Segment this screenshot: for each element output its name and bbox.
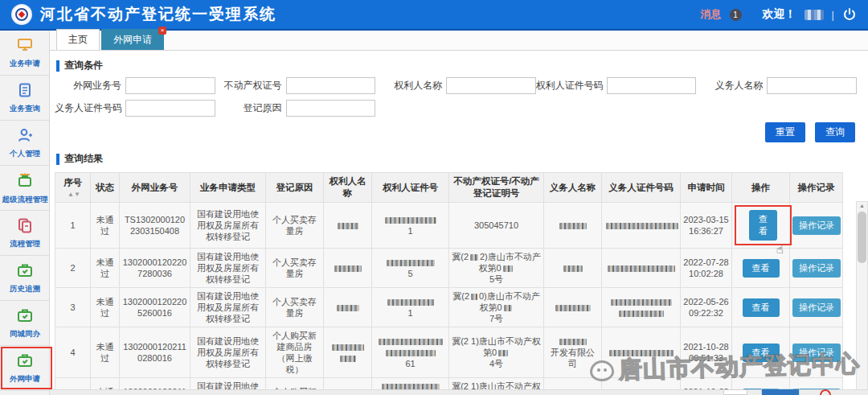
app-title: 河北省不动产登记统一受理系统	[40, 4, 276, 25]
cell-status: 未通过	[91, 203, 120, 249]
view-button[interactable]: 查看	[749, 210, 777, 241]
cell-status: 未通过	[91, 249, 120, 288]
operation-record-button[interactable]: 操作记录	[792, 298, 841, 317]
current-page-button[interactable]	[762, 389, 799, 395]
cell-holder_id: 61	[372, 327, 449, 378]
tab-主页[interactable]: 主页	[56, 29, 100, 50]
view-button[interactable]: 查看	[743, 259, 780, 278]
column-header-操作: 操作	[732, 173, 790, 203]
results-table: 序号▲▼状态外网业务号业务申请类型登记原因权利人名称权利人证件号不动产权证号/不…	[55, 172, 843, 395]
search-button[interactable]: 查询	[815, 122, 855, 142]
column-header-外网业务号: 外网业务号	[120, 173, 190, 203]
cell-apply-time: 2023-03-1516:36:27	[681, 203, 732, 249]
sidebar-item-label: 历史追溯	[10, 283, 40, 294]
sidebar-item-同城同办[interactable]: 同城同办	[0, 301, 49, 346]
sidebar-item-个人管理[interactable]: 个人管理	[0, 121, 49, 166]
column-header-义务人证件号码: 义务人证件号码	[602, 173, 681, 203]
sidebar-item-label: 外网申请	[10, 373, 40, 384]
column-header-权利人证件号: 权利人证件号	[372, 173, 449, 203]
sidebar-item-历史追溯[interactable]: 历史追溯	[0, 256, 49, 301]
cell-biz_no: 13020001202205260016	[120, 288, 190, 327]
column-header-义务人名称: 义务人名称	[544, 173, 602, 203]
cell-reason: 个人买卖存量房	[266, 288, 324, 327]
pagination-strip	[50, 389, 868, 395]
column-header-登记原因: 登记原因	[266, 173, 324, 203]
scroll-up-icon[interactable]: ▲	[859, 202, 865, 210]
operation-record-button[interactable]: 操作记录	[792, 259, 841, 278]
cell-operation-record: 操作记录	[790, 249, 843, 288]
field-input-义务人名称[interactable]	[767, 77, 857, 94]
table-row: 2未通过13020001202207280036国有建设用地使用权及房屋所有权转…	[55, 249, 843, 288]
redacted-text	[606, 223, 678, 229]
sidebar-item-外网申请[interactable]: 外网申请	[0, 346, 49, 391]
operation-record-button[interactable]: 操作记录	[792, 344, 841, 362]
redacted-text	[387, 299, 434, 306]
redacted-text	[379, 339, 443, 345]
cell-apply-time: 2022-07-2810:02:28	[681, 249, 732, 288]
cell-holder	[324, 288, 372, 327]
column-header-操作记录: 操作记录	[790, 173, 843, 203]
column-header-状态: 状态	[91, 173, 120, 203]
logout-power-icon[interactable]	[842, 7, 857, 22]
field-input-登记原因[interactable]	[286, 100, 376, 117]
field-label: 不动产权证号	[215, 79, 286, 93]
cell-operation-record: 操作记录	[790, 203, 843, 249]
redacted-text	[385, 217, 436, 224]
messages-count-badge[interactable]: 1	[730, 9, 742, 21]
sidebar-item-超级流程管理[interactable]: 超级流程管理	[0, 166, 49, 211]
field-label: 登记原因	[215, 101, 286, 115]
cell-obligor_id	[602, 327, 681, 378]
results-table-wrap: 序号▲▼状态外网业务号业务申请类型登记原因权利人名称权利人证件号不动产权证号/不…	[55, 172, 868, 395]
app-header: 河北省不动产登记统一受理系统 消息 1 欢迎！ |	[0, 0, 868, 31]
field-input-义务人证件号码[interactable]	[125, 100, 215, 117]
sidebar-item-流程管理[interactable]: 流程管理	[0, 211, 49, 256]
query-field-义务人名称: 义务人名称	[696, 77, 857, 94]
redacted-text	[619, 311, 664, 317]
cell-holder	[324, 249, 372, 288]
cell-holder_id: 1	[372, 288, 449, 327]
redacted-text	[386, 350, 436, 356]
scrollbar-thumb[interactable]	[858, 212, 866, 263]
cell-operation-record: 操作记录	[790, 327, 843, 378]
field-input-外网业务号[interactable]	[125, 77, 215, 94]
tab-外网申请[interactable]: 外网申请×	[101, 29, 164, 50]
header-divider: |	[832, 9, 834, 21]
view-button[interactable]: 查看	[743, 298, 780, 317]
cell-obligor	[544, 249, 602, 288]
query-conditions-panel: 查询条件 外网业务号不动产权证号权利人名称权利人证件号码义务人名称义务人证件号码…	[55, 54, 868, 147]
cell-seq: 2	[55, 249, 91, 288]
field-input-权利人证件号码[interactable]	[607, 77, 697, 94]
flow-doc-icon	[17, 217, 33, 237]
field-input-权利人名称[interactable]	[446, 77, 536, 94]
query-panel-title: 查询条件	[64, 59, 103, 72]
reset-button[interactable]: 重置	[765, 122, 805, 142]
view-button[interactable]: 查看	[743, 344, 780, 362]
sidebar-item-业务申请[interactable]: 业务申请	[0, 31, 49, 76]
tab-close-icon[interactable]: ×	[158, 27, 166, 35]
cell-obligor_id	[602, 203, 681, 249]
column-header-序号[interactable]: 序号▲▼	[55, 173, 91, 203]
redacted-text	[332, 344, 364, 351]
messages-link[interactable]: 消息	[701, 7, 722, 22]
redacted-text	[609, 350, 674, 356]
cell-operation: 查看	[732, 288, 790, 327]
operation-record-button[interactable]: 操作记录	[792, 216, 841, 235]
column-header-不动产权证号/不动产登记证明号: 不动产权证号/不动产登记证明号	[449, 173, 544, 203]
redacted-text	[338, 223, 358, 229]
panel-accent-bar	[56, 154, 59, 165]
sort-icon[interactable]: ▲▼	[68, 191, 80, 198]
sidebar-item-extra-8[interactable]	[0, 391, 49, 395]
results-scrollbar[interactable]: ▲ ▼	[856, 201, 868, 395]
cell-type: 国有建设用地使用权及房屋所有权转移登记	[190, 249, 266, 288]
redacted-text	[337, 305, 359, 311]
cell-type: 国有建设用地使用权及房屋所有权转移登记	[190, 288, 266, 327]
cell-cert: 冀(20)唐山市不动产权第07号	[449, 288, 544, 327]
redacted-text	[471, 294, 477, 300]
cell-seq: 4	[55, 327, 91, 378]
sidebar-item-业务查询[interactable]: 业务查询	[0, 76, 49, 121]
column-header-业务申请类型: 业务申请类型	[190, 173, 266, 203]
query-field-义务人证件号码: 义务人证件号码	[55, 100, 215, 117]
field-input-不动产权证号[interactable]	[286, 77, 376, 94]
field-label: 外网业务号	[55, 79, 125, 93]
page-button[interactable]	[723, 389, 747, 395]
